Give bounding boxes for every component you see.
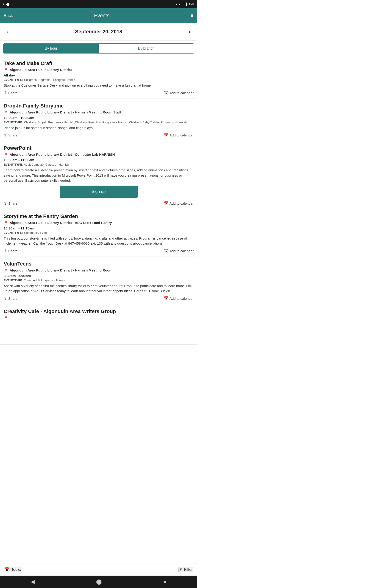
calendar-label: Add to calendar	[169, 249, 194, 253]
event-location-text: Algonquin Area Public Library District -…	[10, 221, 112, 225]
wifi-icon: ⌇	[182, 2, 184, 6]
event-time: 10:00am - 10:30am	[4, 116, 194, 120]
calendar-icon: 📅	[163, 133, 168, 138]
android-back-button[interactable]: ◀	[31, 579, 35, 585]
next-date-button[interactable]: ›	[186, 27, 193, 36]
location-icon: 📍	[4, 221, 8, 225]
event-type-label: EVENT TYPE:	[4, 231, 23, 234]
back-button[interactable]: Back	[4, 13, 13, 18]
tab-by-hour[interactable]: By hour	[3, 44, 99, 53]
add-to-calendar-button[interactable]: 📅 Add to calendar	[163, 249, 194, 253]
event-title: Drop-In Family Storytime	[4, 103, 194, 109]
event-location-text: Algonquin Area Public Library District	[10, 68, 72, 72]
page-title: Events	[94, 13, 109, 19]
event-type-value: Childrens Drop-In Programs - Harnish,Chi…	[24, 121, 187, 124]
event-type-value: Young Adult Programs - Harnish	[24, 279, 67, 282]
prev-date-button[interactable]: ‹	[5, 27, 11, 36]
share-label: Share	[8, 91, 17, 95]
add-to-calendar-button[interactable]: 📅 Add to calendar	[163, 296, 194, 301]
event-description: Please join us for some fun stories, son…	[4, 125, 194, 131]
add-to-calendar-button[interactable]: 📅 Add to calendar	[163, 201, 194, 206]
event-description: Learn how to create a slideshow presenta…	[4, 168, 194, 183]
event-type-label: EVENT TYPE:	[4, 279, 23, 282]
calendar-icon: 📅	[163, 90, 168, 95]
event-location: 📍 Algonquin Area Public Library District…	[4, 221, 194, 225]
signal-icon: ▲▲	[175, 2, 181, 6]
location-icon: 📍	[4, 153, 8, 157]
event-time: All day	[4, 73, 194, 77]
add-to-calendar-button[interactable]: 📅 Add to calendar	[163, 90, 194, 95]
event-location-text: Algonquin Area Public Library District -…	[10, 153, 115, 156]
today-button[interactable]: 📅 Today	[4, 567, 22, 572]
filter-button[interactable]: ▼ Filter	[178, 567, 193, 572]
add-to-calendar-button[interactable]: 📅 Add to calendar	[163, 133, 194, 138]
share-button[interactable]: ⇧ Share	[4, 90, 17, 95]
event-card-take-make-craft: Take and Make Craft 📍 Algonquin Area Pub…	[0, 56, 197, 99]
event-title: PowerPoint	[4, 145, 194, 151]
event-location-text: Algonquin Area Public Library District -…	[10, 110, 121, 114]
signup-button[interactable]: Sign up	[60, 186, 138, 198]
event-location: 📍 Algonquin Area Public Library District…	[4, 110, 194, 115]
calendar-label: Add to calendar	[169, 133, 194, 137]
share-icon: ⇧	[4, 249, 7, 253]
event-type-label: EVENT TYPE:	[4, 163, 23, 166]
event-title: Creativity Cafe - Algonquin Area Writers…	[4, 309, 194, 314]
filter-label: Filter	[184, 567, 193, 572]
event-type-row: EVENT TYPE: Adult Computer Classes - Har…	[4, 163, 194, 166]
today-label: Today	[11, 567, 22, 572]
android-home-button[interactable]: ⬤	[96, 579, 102, 585]
location-icon: 📍	[4, 68, 8, 72]
event-type-value: Adult Computer Classes - Harnish	[24, 163, 69, 166]
location-icon: 📍	[4, 316, 8, 320]
calendar-label: Add to calendar	[169, 91, 194, 95]
event-actions: ⇧ Share 📅 Add to calendar	[4, 296, 194, 301]
event-location: 📍 Algonquin Area Public Library District…	[4, 268, 194, 273]
battery-icon: ▪	[11, 2, 13, 6]
share-button[interactable]: ⇧ Share	[4, 249, 17, 253]
today-icon: 📅	[5, 567, 9, 572]
event-location-text: Algonquin Area Public Library District -…	[10, 268, 112, 272]
calendar-label: Add to calendar	[169, 296, 194, 300]
calendar-icon: 📅	[163, 249, 168, 253]
event-actions: ⇧ Share 📅 Add to calendar	[4, 90, 194, 95]
share-icon: ⇧	[4, 296, 7, 301]
event-actions: ⇧ Share 📅 Add to calendar	[4, 201, 194, 206]
share-button[interactable]: ⇧ Share	[4, 133, 17, 138]
menu-button[interactable]: ≡	[191, 13, 194, 19]
status-bar: ? ⬤ ▪ ▲▲ ⌇ ▐ 1:42	[0, 0, 197, 8]
share-icon: ⇧	[4, 133, 7, 138]
location-icon: 📍	[4, 111, 8, 115]
status-bar-left: ? ⬤ ▪	[3, 2, 13, 6]
filter-icon: ▼	[179, 567, 183, 572]
tab-by-branch[interactable]: By branch	[99, 44, 194, 53]
tab-switcher: By hour By branch	[3, 43, 194, 53]
calendar-icon: 📅	[163, 201, 168, 206]
event-title: VolunTeens	[4, 261, 194, 267]
event-description: Stop at the Customer Service Desk and pi…	[4, 83, 194, 88]
location-icon: 📍	[4, 268, 8, 273]
share-label: Share	[8, 249, 17, 253]
top-nav: Back Events ≡	[0, 8, 197, 23]
event-actions: ⇧ Share 📅 Add to calendar	[4, 249, 194, 253]
event-title: Take and Make Craft	[4, 61, 194, 66]
android-recent-button[interactable]: ■	[164, 579, 167, 585]
event-card-volunteens: VolunTeens 📍 Algonquin Area Public Libra…	[0, 257, 197, 304]
event-location: 📍 Algonquin Area Public Library District…	[4, 153, 194, 157]
bottom-bar: 📅 Today ▼ Filter	[0, 563, 197, 576]
status-bar-right: ▲▲ ⌇ ▐ 1:42	[175, 2, 194, 6]
calendar-label: Add to calendar	[169, 201, 194, 205]
event-location: 📍 Algonquin Area Public Library District	[4, 68, 194, 72]
event-actions: ⇧ Share 📅 Add to calendar	[4, 133, 194, 138]
event-type-value: Childrens Programs - Eastgate Branch	[24, 78, 75, 82]
event-card-powerpoint: PowerPoint 📍 Algonquin Area Public Libra…	[0, 141, 197, 209]
share-label: Share	[8, 201, 17, 205]
time-display: 1:42	[189, 2, 194, 6]
share-button[interactable]: ⇧ Share	[4, 201, 17, 206]
event-location: 📍	[4, 316, 194, 320]
event-description: Assist with a variety of behind the scen…	[4, 284, 194, 294]
event-card-storytime-pantry-garden: Storytime at the Pantry Garden 📍 Algonqu…	[0, 209, 197, 257]
share-button[interactable]: ⇧ Share	[4, 296, 17, 301]
event-description: This fun outdoor storytime is filled wit…	[4, 236, 194, 246]
event-type-value: Community Event	[24, 231, 48, 234]
question-icon: ?	[3, 2, 4, 6]
